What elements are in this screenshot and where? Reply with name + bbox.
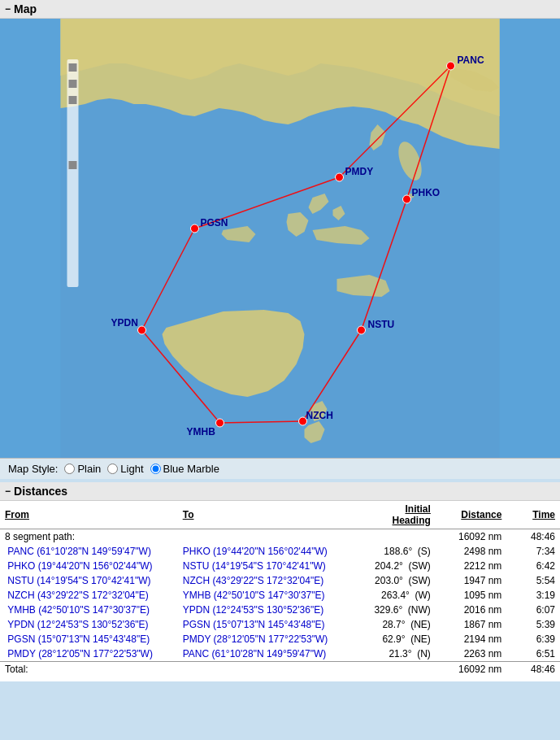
heading-cell: 28.7° (NE) xyxy=(351,617,436,632)
svg-point-16 xyxy=(358,326,366,334)
distance-cell: 2016 nm xyxy=(436,603,506,617)
total-time: 48:46 xyxy=(506,662,560,677)
to-cell: NSTU (14°19'54"S 170°42'41"W) xyxy=(178,559,351,573)
to-link[interactable]: YPDN (12°24'53"S 130°52'36"E) xyxy=(183,604,323,616)
map-title: Map xyxy=(14,2,37,15)
svg-rect-31 xyxy=(69,96,77,104)
to-cell: YPDN (12°24'53"S 130°52'36"E) xyxy=(178,603,351,617)
map-collapse-icon[interactable]: − xyxy=(5,3,11,15)
time-cell: 5:39 xyxy=(506,617,560,632)
map-style-bluemarble-label: Blue Marble xyxy=(163,463,219,475)
from-link[interactable]: NSTU (14°19'54"S 170°42'41"W) xyxy=(7,575,150,586)
map-style-bluemarble-radio[interactable] xyxy=(150,464,161,474)
to-link[interactable]: NZCH (43°29'22"S 172°32'04"E) xyxy=(183,575,323,586)
to-cell: YMHB (42°50'10"S 147°30'37"E) xyxy=(178,588,351,603)
from-link[interactable]: YPDN (12°24'53"S 130°52'36"E) xyxy=(7,619,148,630)
table-row: YPDN (12°24'53"S 130°52'36"E) PGSN (15°0… xyxy=(0,617,560,632)
table-row: YMHB (42°50'10"S 147°30'37"E) YPDN (12°2… xyxy=(0,603,560,617)
time-cell: 7:34 xyxy=(506,544,560,559)
total-empty1 xyxy=(178,662,351,677)
distances-table: From To InitialHeading Distance Time 8 s… xyxy=(0,501,560,677)
to-cell: PANC (61°10'28"N 149°59'47"W) xyxy=(178,646,351,662)
from-cell: YMHB (42°50'10"S 147°30'37"E) xyxy=(0,603,178,617)
svg-rect-28 xyxy=(67,59,79,287)
heading-cell: 188.6° (S) xyxy=(351,544,436,559)
map-style-plain-radio[interactable] xyxy=(64,464,75,474)
heading-cell: 62.9° (NE) xyxy=(351,632,436,646)
to-link[interactable]: NSTU (14°19'54"S 170°42'41"W) xyxy=(183,560,326,572)
svg-text:NZCH: NZCH xyxy=(306,410,333,421)
to-link[interactable]: PMDY (28°12'05"N 177°22'53"W) xyxy=(183,633,328,645)
to-cell: PHKO (19°44'20"N 156°02'44"W) xyxy=(178,544,351,559)
time-cell: 6:51 xyxy=(506,646,560,662)
from-cell: PMDY (28°12'05"N 177°22'53"W) xyxy=(0,646,178,662)
from-link[interactable]: PGSN (15°07'13"N 145°43'48"E) xyxy=(7,633,150,645)
col-header-distance: Distance xyxy=(436,501,506,529)
map-style-plain[interactable]: Plain xyxy=(64,463,101,475)
from-cell: YPDN (12°24'53"S 130°52'36"E) xyxy=(0,617,178,632)
svg-text:PHKO: PHKO xyxy=(412,187,441,198)
distances-collapse-icon[interactable]: − xyxy=(5,485,11,497)
heading-cell: 263.4° (W) xyxy=(351,588,436,603)
total-row: Total: 16092 nm 48:46 xyxy=(0,662,560,677)
from-link[interactable]: YMHB (42°50'10"S 147°30'37"E) xyxy=(7,604,150,616)
from-link[interactable]: NZCH (43°29'22"S 172°32'04"E) xyxy=(7,590,148,601)
to-link[interactable]: PANC (61°10'28"N 149°59'47"W) xyxy=(183,648,327,659)
from-cell: NZCH (43°29'22"S 172°32'04"E) xyxy=(0,588,178,603)
time-cell: 6:42 xyxy=(506,559,560,573)
from-link[interactable]: PANC (61°10'28"N 149°59'47"W) xyxy=(7,546,151,557)
svg-text:YPDN: YPDN xyxy=(111,317,138,329)
svg-point-18 xyxy=(216,419,224,427)
map-header: − Map xyxy=(0,0,560,19)
to-link[interactable]: PHKO (19°44'20"N 156°02'44"W) xyxy=(183,546,328,557)
svg-rect-32 xyxy=(69,161,77,169)
from-link[interactable]: PHKO (19°44'20"N 156°02'44"W) xyxy=(7,560,152,572)
from-link[interactable]: PMDY (28°12'05"N 177°22'53"W) xyxy=(7,648,153,659)
heading-cell: 329.6° (NW) xyxy=(351,603,436,617)
distance-cell: 2263 nm xyxy=(436,646,506,662)
map-style-label: Map Style: xyxy=(8,463,58,475)
time-cell: 6:39 xyxy=(506,632,560,646)
segment-path-empty xyxy=(351,529,436,545)
to-link[interactable]: PGSN (15°07'13"N 145°43'48"E) xyxy=(183,619,325,630)
map-style-light-radio[interactable] xyxy=(107,464,118,474)
total-label: Total: xyxy=(0,662,178,677)
total-distance: 16092 nm xyxy=(436,662,506,677)
to-cell: NZCH (43°29'22"S 172°32'04"E) xyxy=(178,573,351,588)
segment-path-time: 48:46 xyxy=(506,529,560,545)
from-cell: PGSN (15°07'13"N 145°43'48"E) xyxy=(0,632,178,646)
distance-cell: 2194 nm xyxy=(436,632,506,646)
table-row: PHKO (19°44'20"N 156°02'44"W) NSTU (14°1… xyxy=(0,559,560,573)
distance-cell: 1867 nm xyxy=(436,617,506,632)
map-svg: PANC PHKO PMDY PGSN NSTU NZCH YMHB YPDN xyxy=(0,19,560,458)
distances-section: − Distances From To InitialHeading Dista… xyxy=(0,482,560,681)
heading-cell: 203.0° (SW) xyxy=(351,573,436,588)
svg-text:PMDY: PMDY xyxy=(345,166,374,177)
table-row: PANC (61°10'28"N 149°59'47"W) PHKO (19°4… xyxy=(0,544,560,559)
segment-path-row: 8 segment path: 16092 nm 48:46 xyxy=(0,529,560,545)
time-cell: 3:19 xyxy=(506,588,560,603)
svg-point-19 xyxy=(138,326,146,334)
to-cell: PMDY (28°12'05"N 177°22'53"W) xyxy=(178,632,351,646)
map-style-bar: Map Style: Plain Light Blue Marble xyxy=(0,458,560,479)
from-cell: NSTU (14°19'54"S 170°42'41"W) xyxy=(0,573,178,588)
distance-cell: 1947 nm xyxy=(436,573,506,588)
svg-point-15 xyxy=(191,224,199,233)
map-style-bluemarble[interactable]: Blue Marble xyxy=(150,463,219,475)
svg-text:YMHB: YMHB xyxy=(187,426,216,437)
from-cell: PHKO (19°44'20"N 156°02'44"W) xyxy=(0,559,178,573)
col-header-heading: InitialHeading xyxy=(351,501,436,529)
segment-path-distance: 16092 nm xyxy=(436,529,506,545)
svg-text:NSTU: NSTU xyxy=(368,319,395,330)
svg-rect-29 xyxy=(69,63,77,72)
svg-text:PANC: PANC xyxy=(458,54,484,66)
distances-header: − Distances xyxy=(0,482,560,501)
heading-cell: 204.2° (SW) xyxy=(351,559,436,573)
table-row: PMDY (28°12'05"N 177°22'53"W) PANC (61°1… xyxy=(0,646,560,662)
time-cell: 6:07 xyxy=(506,603,560,617)
map-style-light[interactable]: Light xyxy=(107,463,143,475)
to-link[interactable]: YMHB (42°50'10"S 147°30'37"E) xyxy=(183,590,325,601)
map-section: − Map xyxy=(0,0,560,479)
table-row: NZCH (43°29'22"S 172°32'04"E) YMHB (42°5… xyxy=(0,588,560,603)
map-style-plain-label: Plain xyxy=(77,463,101,475)
